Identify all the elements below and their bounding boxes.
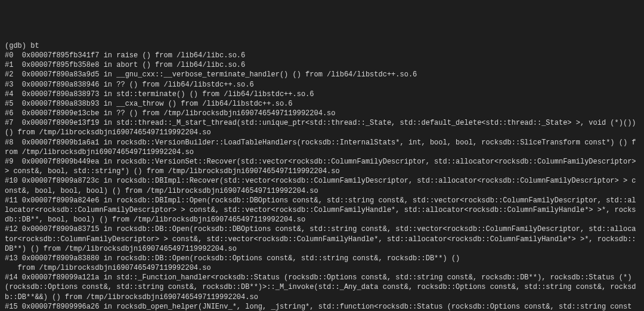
terminal-line: #9 0x00007f8909b449ea in rocksdb::Versio… xyxy=(5,157,639,176)
terminal-line: from /tmp/librocksdbjni69074654971199922… xyxy=(5,263,639,273)
terminal-output: (gdb) bt#0 0x00007f895fb341f7 in raise (… xyxy=(5,41,639,311)
terminal-line: (gdb) bt xyxy=(5,41,639,51)
terminal-line: #11 0x00007f8909a824e6 in rocksdb::DBImp… xyxy=(5,196,639,225)
terminal-line: #5 0x00007f890a838b93 in __cxa_throw () … xyxy=(5,99,639,109)
terminal-line: #6 0x00007f8909e13cbe in ?? () from /tmp… xyxy=(5,109,639,118)
terminal-line: #12 0x00007f8909a83715 in rocksdb::DB::O… xyxy=(5,224,639,254)
terminal-line: #0 0x00007f895fb341f7 in raise () from /… xyxy=(5,51,639,60)
terminal-line: #8 0x00007f8909b1a6a1 in rocksdb::Versio… xyxy=(5,138,639,157)
terminal-line: #10 0x00007f8909a8723c in rocksdb::DBImp… xyxy=(5,176,639,195)
terminal-line: #3 0x00007f890a838946 in ?? () from /lib… xyxy=(5,80,639,90)
terminal-line: #2 0x00007f890a83a9d5 in __gnu_cxx::__ve… xyxy=(5,70,639,79)
terminal-line: #15 0x00007f8909996a26 in rocksdb_open_h… xyxy=(5,302,639,311)
terminal-line: #4 0x00007f890a838973 in std::terminate(… xyxy=(5,90,639,99)
terminal-line: #7 0x00007f8909e13f19 in std::thread::_M… xyxy=(5,118,639,137)
terminal-line: #14 0x00007f89099a121a in std::_Function… xyxy=(5,273,639,302)
terminal-line: #1 0x00007f895fb358e8 in abort () from /… xyxy=(5,60,639,70)
terminal-line: #13 0x00007f8909a83880 in rocksdb::DB::O… xyxy=(5,254,639,263)
